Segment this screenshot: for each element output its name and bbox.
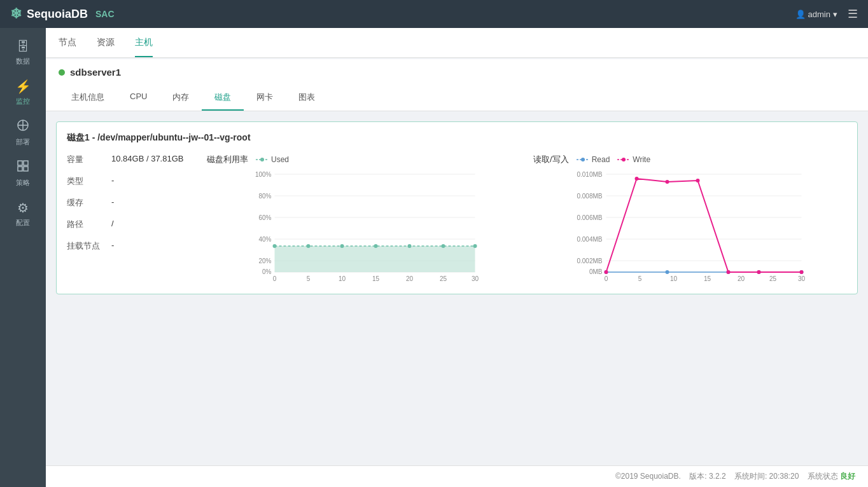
svg-text:0.002MB: 0.002MB: [577, 257, 602, 264]
svg-point-8: [260, 158, 264, 161]
sub-tab-cpu[interactable]: CPU: [117, 85, 160, 111]
svg-point-28: [442, 244, 445, 248]
logo-tree-icon: ❄: [10, 6, 22, 22]
sub-tab-memory[interactable]: 内存: [160, 85, 202, 111]
config-icon: ⚙: [17, 200, 29, 216]
panel-area: 磁盘1 - /dev/mapper/ubuntu--jw--01--vg-roo…: [46, 111, 868, 465]
read-legend-label: Read: [592, 155, 610, 164]
sidebar-item-config-label: 配置: [16, 218, 30, 228]
footer-status-value: 良好: [840, 472, 855, 481]
usage-chart-svg: 100% 80% 60% 40% 20% 0%: [207, 169, 521, 284]
svg-text:80%: 80%: [258, 193, 271, 200]
sub-tab-disk[interactable]: 磁盘: [202, 85, 244, 111]
rw-chart-wrapper: 0.010MB 0.008MB 0.006MB 0.004MB 0.002MB …: [533, 169, 847, 284]
svg-rect-3: [18, 161, 22, 165]
sub-tab-chart[interactable]: 图表: [286, 85, 328, 111]
capacity-label: 容量: [67, 154, 111, 165]
usage-chart-title: 磁盘利用率: [207, 154, 248, 165]
path-value: /: [111, 219, 114, 228]
svg-point-60: [666, 180, 669, 184]
rw-chart-svg: 0.010MB 0.008MB 0.006MB 0.004MB 0.002MB …: [533, 169, 847, 284]
svg-rect-5: [18, 167, 22, 171]
footer-copyright: ©2019 SequoiaDB.: [615, 472, 681, 481]
server-name-label: sdbserver1: [70, 67, 121, 78]
svg-point-23: [273, 244, 277, 248]
svg-text:25: 25: [440, 275, 447, 282]
info-row-mount: 挂载节点 -: [67, 240, 207, 252]
svg-point-26: [374, 244, 378, 248]
svg-point-38: [581, 158, 585, 161]
mount-label: 挂载节点: [67, 240, 111, 252]
sidebar-item-deploy[interactable]: 部署: [0, 113, 46, 153]
disk-card: 磁盘1 - /dev/mapper/ubuntu--jw--01--vg-roo…: [56, 121, 858, 294]
write-legend-label: Write: [633, 155, 650, 164]
db-name-label: SequoiaDB: [27, 8, 88, 21]
svg-text:20: 20: [738, 275, 745, 282]
charts-area: 磁盘利用率 Used: [207, 154, 847, 284]
svg-text:60%: 60%: [258, 214, 271, 221]
admin-menu[interactable]: 👤 admin ▾: [795, 10, 837, 19]
svg-text:10: 10: [339, 275, 346, 282]
footer-version: 版本: 3.2.2: [689, 472, 725, 481]
server-status-dot: [59, 69, 65, 76]
tab-host[interactable]: 主机: [135, 28, 153, 57]
sidebar-item-config[interactable]: ⚙ 配置: [0, 194, 46, 234]
read-legend-icon: [577, 156, 589, 163]
svg-point-62: [727, 270, 731, 274]
hamburger-icon[interactable]: ☰: [848, 7, 858, 21]
write-legend: Write: [617, 155, 650, 164]
svg-point-61: [696, 179, 700, 182]
svg-text:20%: 20%: [258, 257, 271, 264]
topbar: ❄ SequoiaDB SAC 👤 admin ▾ ☰: [0, 0, 868, 28]
dropdown-icon: ▾: [833, 10, 837, 19]
svg-point-64: [800, 270, 804, 274]
topbar-right: 👤 admin ▾ ☰: [795, 7, 858, 21]
svg-text:0MB: 0MB: [589, 268, 603, 275]
footer-status-label: 系统状态: [808, 472, 838, 481]
tab-resource[interactable]: 资源: [97, 28, 115, 57]
svg-text:5: 5: [307, 275, 311, 282]
svg-text:0.004MB: 0.004MB: [577, 236, 602, 243]
sac-badge-label: SAC: [95, 9, 115, 19]
type-value: -: [111, 175, 114, 185]
svg-text:25: 25: [769, 275, 777, 282]
cache-label: 缓存: [67, 197, 111, 209]
monitor-icon: ⚡: [15, 79, 31, 94]
sidebar-item-monitor[interactable]: ⚡ 监控: [0, 72, 46, 113]
mount-value: -: [111, 240, 114, 250]
content-area: 节点 资源 主机 sdbserver1 主机信息 CPU 内存 磁盘 网卡 图表…: [46, 28, 868, 487]
write-legend-icon: [617, 156, 630, 163]
svg-point-59: [635, 177, 639, 181]
usage-chart-container: 磁盘利用率 Used: [207, 154, 521, 284]
info-row-path: 路径 /: [67, 219, 207, 230]
svg-marker-21: [275, 246, 475, 272]
svg-point-58: [605, 270, 608, 274]
svg-text:0.006MB: 0.006MB: [577, 214, 602, 221]
page-tabs: 节点 资源 主机: [46, 28, 868, 58]
info-row-capacity: 容量 10.84GB / 37.81GB: [67, 154, 207, 165]
sub-tab-nic[interactable]: 网卡: [244, 85, 286, 111]
svg-text:5: 5: [638, 275, 642, 282]
sidebar-item-policy[interactable]: 策略: [0, 153, 46, 194]
usage-chart-wrapper: 100% 80% 60% 40% 20% 0%: [207, 169, 521, 284]
sidebar-item-monitor-label: 监控: [16, 97, 30, 106]
policy-icon: [17, 160, 29, 175]
disk-body: 容量 10.84GB / 37.81GB 类型 - 缓存 - 路径: [67, 154, 847, 284]
rw-chart-container: 读取/写入 Read: [533, 154, 847, 284]
footer-time: 系统时间: 20:38:20: [734, 472, 799, 481]
svg-text:30: 30: [472, 275, 479, 282]
rw-chart-header: 读取/写入 Read: [533, 154, 847, 165]
tab-node[interactable]: 节点: [59, 28, 76, 57]
disk-info: 容量 10.84GB / 37.81GB 类型 - 缓存 - 路径: [67, 154, 207, 284]
svg-text:0: 0: [605, 275, 608, 282]
svg-text:10: 10: [670, 275, 678, 282]
used-legend-label: Used: [271, 155, 289, 164]
svg-text:0%: 0%: [262, 268, 272, 275]
svg-text:40%: 40%: [258, 236, 271, 243]
sub-tab-host-info[interactable]: 主机信息: [59, 85, 117, 111]
admin-label: admin: [808, 10, 830, 19]
sidebar-item-data[interactable]: 🗄 数据: [0, 33, 46, 72]
usage-chart-header: 磁盘利用率 Used: [207, 154, 521, 165]
svg-rect-6: [24, 167, 28, 171]
deploy-icon: [17, 119, 29, 135]
